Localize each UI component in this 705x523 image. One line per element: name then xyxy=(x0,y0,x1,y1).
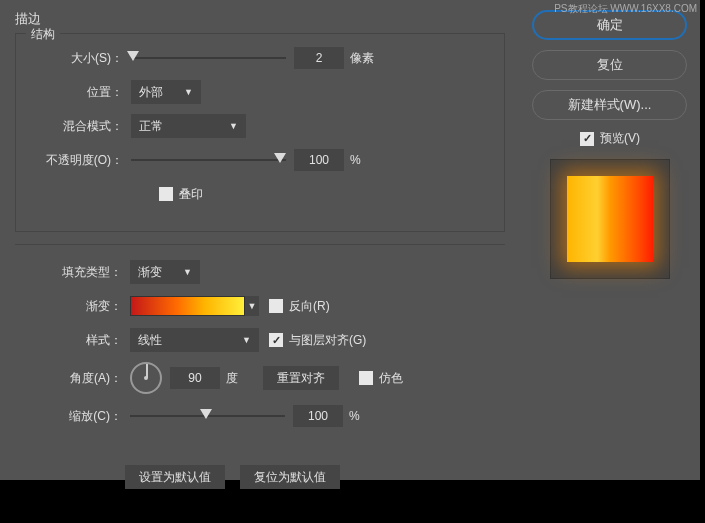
chevron-down-icon: ▼ xyxy=(232,335,251,345)
gradient-preview[interactable] xyxy=(130,296,245,316)
style-label: 样式： xyxy=(25,332,130,349)
side-panel: 确定 复位 新建样式(W)... 预览(V) xyxy=(520,0,700,480)
fill-fieldset: 填充类型： 渐变 ▼ 渐变： ▼ 反向(R) 样式： 线性 ▼ xyxy=(15,244,505,453)
opacity-slider[interactable] xyxy=(131,152,286,168)
angle-label: 角度(A)： xyxy=(25,370,130,387)
reset-align-button[interactable]: 重置对齐 xyxy=(263,366,339,390)
align-checkbox[interactable] xyxy=(269,333,283,347)
opacity-unit: % xyxy=(350,153,361,167)
scale-row: 缩放(C)： % xyxy=(25,404,495,428)
style-row: 样式： 线性 ▼ 与图层对齐(G) xyxy=(25,328,495,352)
preview-checkbox[interactable] xyxy=(580,132,594,146)
structure-fieldset: 结构 大小(S)： 像素 位置： 外部 ▼ 混合模式： xyxy=(15,33,505,232)
reset-button[interactable]: 复位 xyxy=(532,50,687,80)
blend-value: 正常 xyxy=(139,118,163,135)
filltype-select[interactable]: 渐变 ▼ xyxy=(130,260,200,284)
overprint-row: 叠印 xyxy=(26,182,494,206)
angle-row: 角度(A)： 度 重置对齐 仿色 xyxy=(25,362,495,394)
preview-label: 预览(V) xyxy=(600,130,640,147)
filltype-value: 渐变 xyxy=(138,264,162,281)
position-label: 位置： xyxy=(26,84,131,101)
preview-box xyxy=(550,159,670,279)
blend-label: 混合模式： xyxy=(26,118,131,135)
filltype-label: 填充类型： xyxy=(25,264,130,281)
position-row: 位置： 外部 ▼ xyxy=(26,80,494,104)
overprint-checkbox[interactable] xyxy=(159,187,173,201)
opacity-input[interactable] xyxy=(294,149,344,171)
size-row: 大小(S)： 像素 xyxy=(26,46,494,70)
size-unit: 像素 xyxy=(350,50,374,67)
scale-unit: % xyxy=(349,409,360,423)
gradient-label: 渐变： xyxy=(25,298,130,315)
preview-swatch xyxy=(567,176,653,262)
opacity-row: 不透明度(O)： % xyxy=(26,148,494,172)
dither-label: 仿色 xyxy=(379,370,403,387)
panel-title: 描边 xyxy=(15,10,505,28)
dither-checkbox[interactable] xyxy=(359,371,373,385)
size-label: 大小(S)： xyxy=(26,50,131,67)
position-value: 外部 xyxy=(139,84,163,101)
angle-input[interactable] xyxy=(170,367,220,389)
style-value: 线性 xyxy=(138,332,162,349)
set-default-button[interactable]: 设置为默认值 xyxy=(125,465,225,489)
preview-check-row: 预览(V) xyxy=(532,130,688,147)
scale-input[interactable] xyxy=(293,405,343,427)
style-select[interactable]: 线性 ▼ xyxy=(130,328,259,352)
chevron-down-icon: ▼ xyxy=(173,267,192,277)
align-label: 与图层对齐(G) xyxy=(289,332,366,349)
structure-legend: 结构 xyxy=(26,26,60,43)
chevron-down-icon: ▼ xyxy=(174,87,193,97)
overprint-label: 叠印 xyxy=(179,186,203,203)
position-select[interactable]: 外部 ▼ xyxy=(131,80,201,104)
scale-slider[interactable] xyxy=(130,408,285,424)
blend-select[interactable]: 正常 ▼ xyxy=(131,114,246,138)
default-buttons-row: 设置为默认值 复位为默认值 xyxy=(15,465,505,489)
gradient-dropdown[interactable]: ▼ xyxy=(245,296,259,316)
angle-dial[interactable] xyxy=(130,362,162,394)
reset-default-button[interactable]: 复位为默认值 xyxy=(240,465,340,489)
size-input[interactable] xyxy=(294,47,344,69)
watermark-text: PS教程论坛 WWW.16XX8.COM xyxy=(554,2,697,16)
main-panel: 描边 结构 大小(S)： 像素 位置： 外部 ▼ 混合模式： xyxy=(0,0,520,480)
gradient-row: 渐变： ▼ 反向(R) xyxy=(25,294,495,318)
filltype-row: 填充类型： 渐变 ▼ xyxy=(25,260,495,284)
chevron-down-icon: ▼ xyxy=(219,121,238,131)
reverse-checkbox[interactable] xyxy=(269,299,283,313)
angle-unit: 度 xyxy=(226,370,238,387)
scale-label: 缩放(C)： xyxy=(25,408,130,425)
layer-style-dialog: 描边 结构 大小(S)： 像素 位置： 外部 ▼ 混合模式： xyxy=(0,0,700,480)
size-slider[interactable] xyxy=(131,50,286,66)
new-style-button[interactable]: 新建样式(W)... xyxy=(532,90,687,120)
reverse-label: 反向(R) xyxy=(289,298,330,315)
blend-row: 混合模式： 正常 ▼ xyxy=(26,114,494,138)
opacity-label: 不透明度(O)： xyxy=(26,152,131,169)
